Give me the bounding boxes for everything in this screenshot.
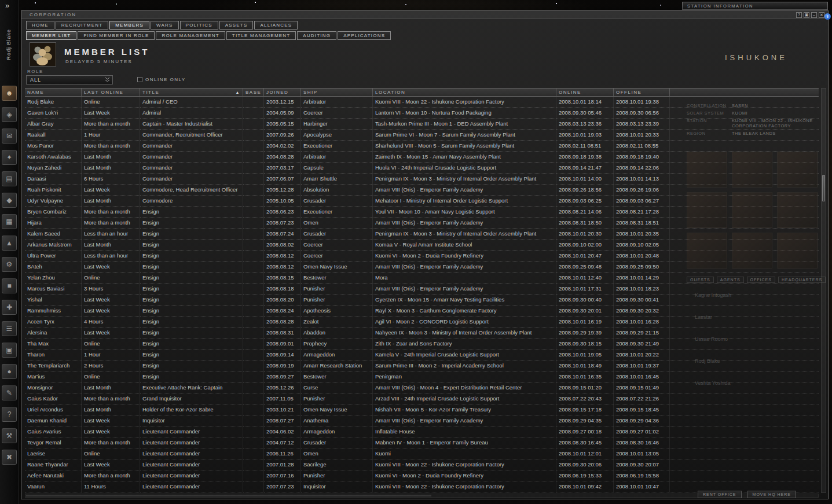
tab-wars[interactable]: WARS [151, 21, 179, 30]
column-header-online[interactable]: ONLINE [556, 89, 614, 96]
cell-online: 2008.10.01 12:01 [556, 448, 614, 459]
column-header-base[interactable]: BASE [243, 89, 264, 96]
channels-icon[interactable]: ● [2, 364, 17, 379]
column-header-name[interactable]: NAME [25, 89, 82, 96]
cell-online: 2008.10.01 09:42 [556, 481, 614, 492]
cell-joined: 2007.06.07 [264, 174, 301, 185]
tab-recruitment[interactable]: RECRUITMENT [56, 21, 108, 30]
subtab-find-member-in-role[interactable]: FIND MEMBER IN ROLE [78, 31, 155, 40]
column-header-last-online[interactable]: LAST ONLINE [82, 89, 140, 96]
cell-joined: 2003.12.15 [264, 97, 301, 108]
tools-icon[interactable]: ⚒ [2, 428, 17, 443]
column-header-joined[interactable]: JOINED [264, 89, 301, 96]
corporation-icon[interactable]: ■ [2, 278, 17, 293]
science-and-industry-icon[interactable]: ✚ [2, 300, 17, 315]
cell-title: Ensign [140, 371, 243, 382]
cell-online: 2008.07.22 20:43 [556, 393, 614, 404]
cell-location: Komaa V - Royal Amarr Institute School [373, 240, 556, 251]
role-dropdown[interactable]: ALL [26, 75, 113, 84]
online-only-filter: ONLINE ONLY [137, 77, 186, 82]
cell-location: Penirgman IX - Moon 3 - Ministry of Inte… [373, 174, 556, 185]
table-row[interactable]: Daemun KhanidLast WeekInquisitor2008.07.… [25, 415, 819, 426]
neocom-expand-icon[interactable]: » [5, 1, 9, 10]
horizontal-scrollbar-thumb[interactable] [26, 495, 431, 496]
cell-title: Lieutenant Commander [140, 470, 243, 481]
cell-base [243, 119, 264, 130]
people-and-places-icon[interactable]: ◈ [2, 107, 17, 122]
subtab-auditing[interactable]: AUDITING [297, 31, 336, 40]
table-row[interactable]: Mos PanorMore than a monthCommander2004.… [25, 141, 819, 152]
online-only-checkbox[interactable] [137, 77, 142, 82]
info-icon[interactable]: i [824, 13, 831, 20]
cell-last-online: Last Week [82, 415, 140, 426]
tab-members[interactable]: MEMBERS [109, 21, 149, 30]
items-icon[interactable]: ▦ [2, 214, 17, 229]
close-icon[interactable]: ✕ [819, 12, 824, 18]
table-row[interactable]: Uriel ArcondusLast MonthHolder of the Ko… [25, 404, 819, 415]
cell-title: Commander, Recruitment Officer [140, 130, 243, 141]
cell-joined: 2004.07.12 [264, 437, 301, 448]
cell-ship: Omen [301, 448, 373, 459]
character-portrait-icon[interactable]: ☻ [2, 86, 17, 101]
subtab-member-list[interactable]: MEMBER LIST [26, 31, 76, 40]
assets-icon[interactable]: ▣ [2, 343, 17, 358]
cell-title: Ensign [140, 218, 243, 229]
icon-glyph: ⚒ [6, 432, 13, 440]
table-row[interactable]: Gaius AvariusLast WeekLieutenant Command… [25, 426, 819, 437]
column-header-title[interactable]: TITLE▲ [140, 89, 243, 96]
station-info-titlebar[interactable]: STATION INFORMATION [682, 2, 828, 10]
journal-icon[interactable]: ☰ [2, 321, 17, 336]
station-tab-agents[interactable]: AGENTS [717, 277, 744, 283]
cell-base [243, 382, 264, 393]
station-tab-headquarters[interactable]: HEADQUARTERS [778, 277, 826, 283]
wallet-icon[interactable]: ◆ [2, 193, 17, 208]
cell-ship: Prophecy [301, 339, 373, 350]
subtab-applications[interactable]: APPLICATIONS [338, 31, 391, 40]
move-hq-here-button[interactable]: MOVE HQ HERE [747, 491, 796, 498]
cell-last-online: Last Week [82, 295, 140, 306]
table-row[interactable]: Raane ThyandarLast WeekLieutenant Comman… [25, 459, 819, 470]
table-row[interactable]: LaeriseOnlineLieutenant Commander2006.11… [25, 448, 819, 459]
column-label: TITLE [142, 90, 159, 95]
station-guest: Rodj Blake [695, 358, 731, 364]
column-header-location[interactable]: LOCATION [373, 89, 556, 96]
rent-office-button[interactable]: RENT OFFICE [698, 491, 742, 498]
cell-name: Gaius Avarius [25, 426, 82, 437]
column-header-ship[interactable]: SHIP [301, 89, 373, 96]
vertical-scrollbar[interactable] [821, 88, 826, 493]
compact-icon[interactable]: ▣ [804, 12, 809, 18]
tab-home[interactable]: HOME [26, 21, 54, 30]
log-off-icon[interactable]: ✖ [2, 450, 17, 465]
cell-online: 2008.10.01 16:19 [556, 317, 614, 328]
market-icon[interactable]: ▤ [2, 171, 17, 186]
station-tab-offices[interactable]: OFFICES [747, 277, 775, 283]
table-row[interactable]: Tevgor RemalMore than a monthLieutenant … [25, 437, 819, 448]
tab-assets[interactable]: ASSETS [219, 21, 254, 30]
cell-offline: 2008.09.29 04:36 [614, 415, 670, 426]
notepad-icon[interactable]: ✎ [2, 385, 17, 400]
map-icon[interactable]: ✦ [2, 150, 17, 165]
cell-title: Commander [140, 174, 243, 185]
subtab-role-management[interactable]: ROLE MANAGEMENT [156, 31, 225, 40]
mail-icon[interactable]: ✉ [2, 128, 17, 144]
cell-name: Alersina [25, 328, 82, 339]
cell-last-online: Online [82, 339, 140, 350]
member-table-header: NAMELAST ONLINETITLE▲BASEJOINEDSHIPLOCAT… [25, 88, 819, 97]
cell-base [243, 251, 264, 262]
fitting-icon[interactable]: ⚙ [2, 257, 17, 272]
tab-alliances[interactable]: ALLIANCES [254, 21, 298, 30]
tab-politics[interactable]: POLITICS [180, 21, 218, 30]
help-icon[interactable]: ? [2, 407, 17, 422]
table-row[interactable]: Aefee NarutakiMore than a monthLieutenan… [25, 470, 819, 481]
subtab-title-management[interactable]: TITLE MANAGEMENT [226, 31, 296, 40]
station-render-thumb [777, 233, 818, 268]
column-header-offline[interactable]: OFFLINE [614, 89, 670, 96]
cell-ship: Apocalypse [301, 130, 373, 141]
station-tab-guests[interactable]: GUESTS [687, 277, 714, 283]
help-icon[interactable]: ? [796, 12, 802, 18]
corporation-titlebar[interactable]: CORPORATION ?▣‒✕ [21, 11, 828, 19]
ships-icon[interactable]: ▲ [2, 236, 17, 251]
column-header-filler [670, 89, 819, 96]
station-action-buttons: RENT OFFICEMOVE HQ HERE [698, 491, 796, 498]
minimize-icon[interactable]: ‒ [811, 12, 817, 18]
